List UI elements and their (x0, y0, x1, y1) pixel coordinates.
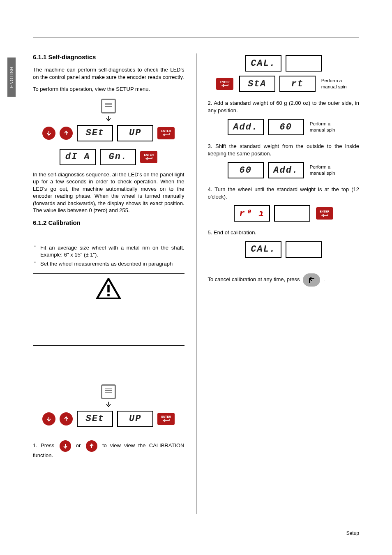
display-add: Add. (268, 162, 304, 178)
content-area: 6.1.1 Self-diagnostics The machine can p… (33, 53, 359, 514)
display-gn: Gn. (100, 149, 136, 165)
step-1-or: or (76, 442, 81, 449)
display-sta: StA (239, 76, 275, 92)
display-blank (286, 241, 322, 258)
prereq-measurements: Set the wheel measurements as described … (33, 260, 184, 268)
display-dia: dI A (60, 149, 96, 165)
down-button[interactable] (60, 440, 71, 452)
up-button[interactable] (86, 440, 97, 452)
warning-rule-bottom (33, 345, 184, 346)
display-cal-end-row: CAL. (208, 241, 360, 258)
heading-self-diagnostics: 6.1.1 Self-diagnostics (33, 53, 184, 60)
column-divider (196, 53, 196, 514)
cancel-prefix: To cancel calibration at any time, press (208, 276, 300, 282)
spin-note: Perform a manual spin (310, 121, 339, 133)
display-add-60-row: Add. 60 Perform a manual spin (208, 119, 360, 135)
display-60: 60 (268, 119, 304, 135)
enter-button[interactable]: ENTER (140, 151, 157, 163)
menu-icon (101, 384, 116, 399)
enter-button[interactable]: ENTER (316, 207, 333, 220)
display-up: UP (117, 411, 153, 427)
display-sta-rt-row: ENTER StA rt Perform a manual spin (208, 76, 360, 92)
step-3-text: 3. Shift the standard weight from the ou… (208, 143, 360, 157)
display-ro-row: r⁰ ɿ ENTER (208, 205, 360, 222)
display-cal: CAL. (245, 55, 281, 72)
self-diag-intro-2: To perform this operation, view the SETU… (33, 86, 184, 93)
down-button[interactable] (42, 127, 55, 140)
footer-label: Setup (346, 530, 359, 536)
step-2-text: 2. Add a standard weight of 60 g (2.00 o… (208, 99, 360, 114)
display-cal-row: CAL. (208, 55, 360, 72)
display-set: SEt (77, 125, 113, 141)
step-5-text: 5. End of calibration. (208, 229, 360, 236)
display-ro: r⁰ ɿ (234, 205, 270, 222)
heading-calibration: 6.1.2 Calibration (33, 219, 184, 226)
display-add: Add. (228, 119, 264, 135)
warning-rule-top (33, 273, 184, 274)
down-arrow-icon (106, 402, 111, 407)
display-rt: rt (279, 76, 316, 92)
language-tab: ENGLISH (7, 58, 16, 97)
up-button[interactable] (60, 412, 73, 426)
display-blank (274, 205, 310, 222)
menu-icon (101, 99, 116, 113)
self-diag-desc: In the self-diagnostics sequence, all th… (33, 171, 184, 214)
cancel-suffix: . (323, 276, 325, 282)
step-1-prefix: 1. Press (33, 442, 54, 449)
cancel-text: To cancel calibration at any time, press… (208, 273, 360, 287)
self-diag-intro-1: The machine can perform self-diagnostics… (33, 66, 184, 81)
calibration-prereq-list: Fit an average size wheel with a metal r… (33, 244, 184, 268)
right-column: CAL. ENTER StA rt Perform a manual spin … (208, 53, 360, 514)
display-cal: CAL. (245, 241, 281, 258)
display-60: 60 (228, 162, 264, 178)
down-button[interactable] (42, 412, 55, 426)
enter-button[interactable]: ENTER (157, 127, 175, 139)
setup-nav-diagram-1: SEt UP ENTER dI A Gn. ENTER (33, 99, 184, 165)
down-arrow-icon (106, 116, 111, 122)
left-column: 6.1.1 Self-diagnostics The machine can p… (33, 53, 184, 514)
prereq-wheel: Fit an average size wheel with a metal r… (33, 244, 184, 259)
step-4-text: 4. Turn the wheel until the standard wei… (208, 186, 360, 200)
enter-button[interactable]: ENTER (216, 78, 233, 90)
cancel-button[interactable] (303, 273, 320, 287)
warning-icon (96, 278, 121, 299)
spin-note: Perform a manual spin (321, 78, 351, 90)
svg-rect-0 (107, 284, 110, 292)
page-bottom-rule (33, 526, 359, 526)
enter-button[interactable]: ENTER (157, 413, 175, 425)
svg-rect-1 (107, 294, 110, 296)
display-set: SEt (77, 411, 113, 427)
setup-nav-diagram-2: SEt UP ENTER (33, 384, 184, 427)
spin-note: Perform a manual spin (310, 164, 339, 176)
display-up: UP (117, 125, 153, 141)
page-top-rule (33, 37, 359, 37)
display-60-add-row: 60 Add. Perform a manual spin (208, 162, 360, 178)
step-1: 1. Press or to view view the CALIBRATION… (33, 440, 184, 459)
display-blank (286, 55, 322, 72)
up-button[interactable] (60, 127, 73, 140)
step-1-suffix: to view view the CALIBRATION function. (33, 442, 184, 458)
